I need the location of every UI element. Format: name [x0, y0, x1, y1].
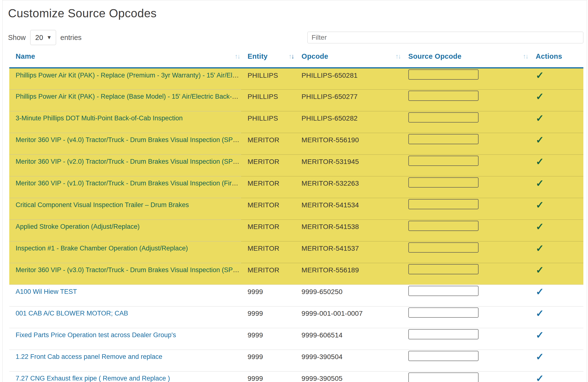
opcode-name-link[interactable]: 1.22 Front Cab access panel Remove and r… — [16, 353, 162, 360]
actions-cell: ✓ — [529, 328, 583, 350]
table-row: 1.22 Front Cab access panel Remove and r… — [9, 350, 583, 371]
column-label-source-opcode: Source Opcode — [408, 52, 462, 60]
actions-cell: ✓ — [529, 68, 583, 89]
action-check-icon[interactable]: ✓ — [536, 113, 544, 123]
name-cell: Meritor 360 VIP - (v3.0) Tractor/Truck -… — [9, 263, 241, 284]
entries-label: entries — [61, 34, 82, 42]
entity-cell: MERITOR — [241, 220, 295, 241]
name-cell: 7.27 CNG Exhaust flex pipe ( Remove and … — [9, 371, 241, 382]
page-size-value: 20 — [35, 34, 43, 42]
actions-cell: ✓ — [529, 133, 583, 155]
source-opcode-input[interactable] — [408, 134, 479, 144]
name-cell: Meritor 360 VIP - (v2.0) Tractor/Truck -… — [9, 155, 241, 176]
source-opcode-input[interactable] — [408, 112, 479, 122]
source-opcode-input[interactable] — [408, 91, 479, 101]
sort-icon: ↑↓ — [395, 53, 400, 60]
page-size-select[interactable]: 20 ▼ — [30, 30, 56, 45]
action-check-icon[interactable]: ✓ — [536, 70, 544, 81]
opcode-name-link[interactable]: Meritor 360 VIP - (v2.0) Tractor/Truck -… — [16, 158, 241, 165]
entity-cell: 9999 — [241, 371, 295, 382]
name-cell: Meritor 360 VIP - (v1.0) Tractor/Truck -… — [9, 176, 241, 198]
action-check-icon[interactable]: ✓ — [536, 351, 544, 362]
table-row: Phillips Power Air Kit (PAK) - Replace (… — [9, 89, 583, 111]
action-check-icon[interactable]: ✓ — [536, 91, 544, 102]
column-label-actions: Actions — [536, 52, 562, 60]
opcode-name-link[interactable]: 001 CAB A/C BLOWER MOTOR; CAB — [16, 310, 128, 317]
source-opcode-input[interactable] — [408, 329, 479, 339]
column-label-entity: Entity — [248, 52, 267, 60]
opcode-cell: PHILLIPS-650281 — [295, 68, 402, 89]
source-opcode-input[interactable] — [408, 177, 479, 188]
entity-cell: PHILLIPS — [241, 68, 295, 89]
opcode-cell: 9999-390505 — [295, 371, 402, 382]
source-opcode-input[interactable] — [408, 264, 479, 274]
table-row: Applied Stroke Operation (Adjust/Replace… — [9, 220, 583, 241]
table-row: 7.27 CNG Exhaust flex pipe ( Remove and … — [9, 371, 583, 382]
source-cell — [402, 241, 529, 263]
column-header[interactable]: Opcode ↑↓ — [295, 46, 402, 68]
opcode-cell: MERITOR-541537 — [295, 241, 402, 263]
source-opcode-input[interactable] — [408, 351, 479, 361]
actions-cell: ✓ — [529, 198, 583, 220]
table-row: Critical Component Visual Inspection Tra… — [9, 198, 583, 220]
action-check-icon[interactable]: ✓ — [536, 308, 544, 319]
opcode-name-link[interactable]: Phillips Power Air Kit (PAK) - Replace (… — [16, 93, 241, 100]
source-opcode-input[interactable] — [408, 221, 479, 231]
action-check-icon[interactable]: ✓ — [536, 221, 544, 232]
column-header[interactable]: Name ↑↓ — [9, 46, 241, 68]
column-header: Actions — [529, 46, 583, 68]
opcode-cell: PHILLIPS-650282 — [295, 111, 402, 133]
opcode-name-link[interactable]: Critical Component Visual Inspection Tra… — [16, 201, 189, 209]
actions-cell: ✓ — [529, 284, 583, 306]
table-row: Phillips Power Air Kit (PAK) - Replace (… — [9, 68, 583, 89]
source-opcode-input[interactable] — [408, 242, 479, 253]
show-entries-control: Show 20 ▼ entries — [8, 30, 82, 45]
entity-cell: 9999 — [241, 328, 295, 350]
opcode-cell: MERITOR-541534 — [295, 198, 402, 220]
column-header[interactable]: Source Opcode ↑↓ — [402, 46, 529, 68]
opcode-name-link[interactable]: Applied Stroke Operation (Adjust/Replace… — [16, 223, 140, 230]
table-row: Fixed Parts Price Operation test across … — [9, 328, 583, 350]
action-check-icon[interactable]: ✓ — [536, 135, 544, 145]
action-check-icon[interactable]: ✓ — [536, 178, 544, 189]
opcode-name-link[interactable]: Inspection #1 - Brake Chamber Operation … — [16, 245, 188, 252]
opcode-name-link[interactable]: Fixed Parts Price Operation test across … — [16, 331, 176, 339]
action-check-icon[interactable]: ✓ — [536, 373, 544, 382]
column-header[interactable]: Entity ↑↓ — [241, 46, 295, 68]
opcode-name-link[interactable]: A100 Wil Hiew TEST — [16, 288, 77, 295]
actions-cell: ✓ — [529, 350, 583, 371]
opcode-name-link[interactable]: Meritor 360 VIP - (v1.0) Tractor/Truck -… — [16, 180, 241, 187]
name-cell: Critical Component Visual Inspection Tra… — [9, 198, 241, 220]
entity-cell: 9999 — [241, 284, 295, 306]
action-check-icon[interactable]: ✓ — [536, 264, 544, 275]
source-opcode-input[interactable] — [408, 286, 479, 296]
action-check-icon[interactable]: ✓ — [536, 243, 544, 254]
source-opcode-input[interactable] — [408, 156, 479, 166]
opcode-name-link[interactable]: 3-Minute Phillips DOT Multi-Point Back-o… — [16, 115, 183, 122]
name-cell: Meritor 360 VIP - (v4.0) Tractor/Truck -… — [9, 133, 241, 155]
source-opcode-input[interactable] — [408, 373, 479, 382]
source-cell — [402, 350, 529, 371]
opcode-cell: PHILLIPS-650277 — [295, 89, 402, 111]
action-check-icon[interactable]: ✓ — [536, 286, 544, 297]
source-opcode-input[interactable] — [408, 199, 479, 209]
entity-cell: MERITOR — [241, 155, 295, 176]
source-opcode-input[interactable] — [408, 69, 479, 80]
action-check-icon[interactable]: ✓ — [536, 330, 544, 340]
action-check-icon[interactable]: ✓ — [536, 200, 544, 210]
source-opcode-input[interactable] — [408, 307, 479, 318]
entity-cell: 9999 — [241, 306, 295, 328]
name-cell: Phillips Power Air Kit (PAK) - Replace (… — [9, 68, 241, 89]
opcode-cell: MERITOR-556190 — [295, 133, 402, 155]
opcode-name-link[interactable]: Phillips Power Air Kit (PAK) - Replace (… — [16, 72, 241, 79]
opcode-name-link[interactable]: Meritor 360 VIP - (v4.0) Tractor/Truck -… — [16, 136, 241, 143]
opcode-name-link[interactable]: Meritor 360 VIP - (v3.0) Tractor/Truck -… — [16, 266, 241, 274]
action-check-icon[interactable]: ✓ — [536, 156, 544, 167]
table-toolbar: Show 20 ▼ entries — [3, 30, 587, 45]
filter-input[interactable] — [307, 32, 583, 43]
opcode-cell: MERITOR-532263 — [295, 176, 402, 198]
opcode-name-link[interactable]: 7.27 CNG Exhaust flex pipe ( Remove and … — [16, 375, 170, 382]
source-cell — [402, 198, 529, 220]
source-cell — [402, 89, 529, 111]
source-cell — [402, 306, 529, 328]
